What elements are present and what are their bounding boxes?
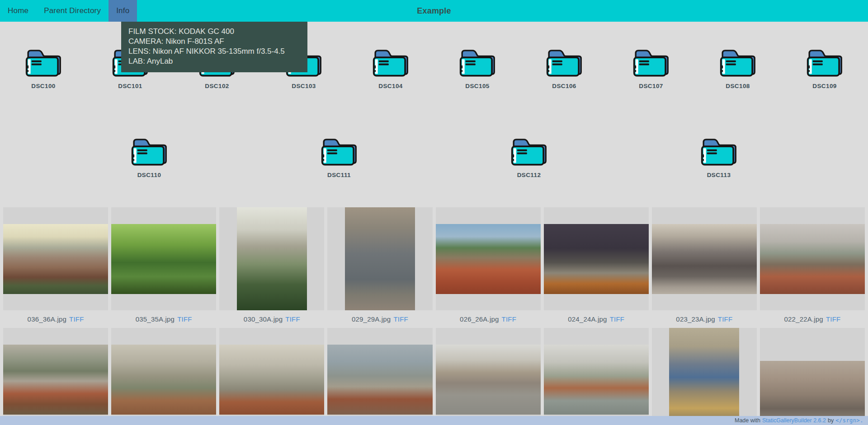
photo-placeholder <box>327 345 432 415</box>
tiff-link[interactable]: TIFF <box>826 315 840 323</box>
thumbnail-caption: 029_29A.jpg TIFF <box>327 310 432 328</box>
nav-item-home[interactable]: Home <box>0 0 36 22</box>
folder-dsc109[interactable]: DSC109 <box>781 47 868 89</box>
thumbnail-caption: 023_23A.jpg TIFF <box>652 310 757 328</box>
folder-icon <box>458 47 497 78</box>
folder-row-2: DSC110 DSC111 DSC112 <box>0 136 868 178</box>
nav-item-parent-directory[interactable]: Parent Directory <box>36 0 108 22</box>
thumbnail[interactable] <box>111 328 216 425</box>
gallery-item <box>544 328 649 425</box>
gallery-item <box>327 328 432 425</box>
folder-dsc108[interactable]: DSC108 <box>694 47 781 89</box>
page-title: Example <box>417 0 451 22</box>
folder-icon <box>24 47 63 78</box>
footer-logo[interactable]: </srgn>. <box>835 417 863 424</box>
thumbnail[interactable] <box>327 207 432 310</box>
thumbnail-caption: 024_24A.jpg TIFF <box>544 310 649 328</box>
gallery-item: 022_22A.jpg TIFF <box>760 207 865 328</box>
filename-text: 030_30A.jpg <box>244 315 283 323</box>
folder-icon <box>699 136 739 167</box>
thumbnail[interactable] <box>3 207 108 310</box>
photo-placeholder <box>219 345 324 415</box>
tiff-link[interactable]: TIFF <box>393 315 408 323</box>
top-nav: HomeParent DirectoryInfo Example <box>0 0 868 22</box>
thumbnail[interactable] <box>3 328 108 425</box>
folder-label: DSC107 <box>639 83 663 89</box>
photo-placeholder <box>436 345 541 415</box>
folder-dsc104[interactable]: DSC104 <box>347 47 434 89</box>
filename-text: 035_35A.jpg <box>136 315 175 323</box>
photo-placeholder <box>760 361 865 425</box>
gallery-item <box>652 328 757 425</box>
folder-dsc100[interactable]: DSC100 <box>0 47 87 89</box>
filename-text: 036_36A.jpg <box>28 315 66 323</box>
thumbnail[interactable] <box>760 328 865 425</box>
photo-placeholder <box>111 224 216 294</box>
tooltip-line: LAB: AnyLab <box>128 56 300 66</box>
filename-text: 023_23A.jpg <box>676 315 715 323</box>
gallery-item: 024_24A.jpg TIFF <box>544 207 649 328</box>
photo-placeholder <box>237 207 307 310</box>
tiff-link[interactable]: TIFF <box>502 315 516 323</box>
nav-menu: HomeParent DirectoryInfo <box>0 0 137 22</box>
thumbnail[interactable] <box>652 207 757 310</box>
photo-placeholder <box>544 224 649 294</box>
folder-dsc110[interactable]: DSC110 <box>54 136 244 178</box>
folder-dsc106[interactable]: DSC106 <box>521 47 608 89</box>
photo-placeholder <box>652 224 757 294</box>
thumbnail[interactable] <box>219 207 324 310</box>
thumbnail[interactable] <box>219 328 324 425</box>
tiff-link[interactable]: TIFF <box>285 315 300 323</box>
footer-by: by <box>828 417 834 424</box>
photo-placeholder <box>111 345 216 415</box>
folder-dsc111[interactable]: DSC111 <box>244 136 434 178</box>
folder-label: DSC101 <box>118 83 142 89</box>
thumbnail[interactable] <box>544 207 649 310</box>
tiff-link[interactable]: TIFF <box>177 315 192 323</box>
folder-label: DSC112 <box>517 172 541 178</box>
folder-label: DSC111 <box>327 172 351 178</box>
folder-label: DSC106 <box>552 83 576 89</box>
folder-label: DSC105 <box>465 83 489 89</box>
tooltip-line: LENS: Nikon AF NIKKOR 35-135mm f/3.5-4.5 <box>128 47 300 56</box>
folder-label: DSC113 <box>707 172 731 178</box>
thumbnail[interactable] <box>436 207 541 310</box>
folder-label: DSC109 <box>812 83 836 89</box>
thumbnail-caption: 036_36A.jpg TIFF <box>3 310 108 328</box>
thumbnail[interactable] <box>652 328 757 425</box>
folder-dsc112[interactable]: DSC112 <box>434 136 624 178</box>
thumbnail[interactable] <box>544 328 649 425</box>
footer: Made with StaticGalleryBuilder 2.6.2 by … <box>0 416 868 425</box>
folder-icon <box>371 47 410 78</box>
thumbnail-caption: 030_30A.jpg TIFF <box>219 310 324 328</box>
footer-made-with: Made with <box>735 417 760 424</box>
tooltip-line: CAMERA: Nikon F-801S AF <box>128 37 300 47</box>
tiff-link[interactable]: TIFF <box>610 315 624 323</box>
gallery-item <box>436 328 541 425</box>
thumbnail[interactable] <box>436 328 541 425</box>
photo-placeholder <box>544 345 649 415</box>
folder-icon <box>544 47 584 78</box>
filename-text: 024_24A.jpg <box>568 315 607 323</box>
footer-builder-link[interactable]: StaticGalleryBuilder 2.6.2 <box>762 417 826 424</box>
folder-icon <box>805 47 844 78</box>
filename-text: 022_22A.jpg <box>784 315 823 323</box>
thumbnail-grid: 036_36A.jpg TIFF 035_35A.jpg TIFF 030_30… <box>0 207 868 425</box>
gallery-item <box>111 328 216 425</box>
tooltip-line: FILM STOCK: KODAK GC 400 <box>128 27 300 37</box>
photo-placeholder <box>436 224 541 294</box>
gallery-item: 030_30A.jpg TIFF <box>219 207 324 328</box>
folder-dsc105[interactable]: DSC105 <box>434 47 521 89</box>
thumbnail-caption: 022_22A.jpg TIFF <box>760 310 865 328</box>
photo-placeholder <box>760 224 865 294</box>
thumbnail[interactable] <box>111 207 216 310</box>
folder-icon <box>129 136 169 167</box>
folder-dsc107[interactable]: DSC107 <box>608 47 694 89</box>
tiff-link[interactable]: TIFF <box>718 315 732 323</box>
tiff-link[interactable]: TIFF <box>69 315 84 323</box>
folder-dsc113[interactable]: DSC113 <box>624 136 814 178</box>
photo-placeholder <box>3 345 108 415</box>
thumbnail[interactable] <box>760 207 865 310</box>
nav-item-info[interactable]: Info <box>108 0 137 22</box>
thumbnail[interactable] <box>327 328 432 425</box>
